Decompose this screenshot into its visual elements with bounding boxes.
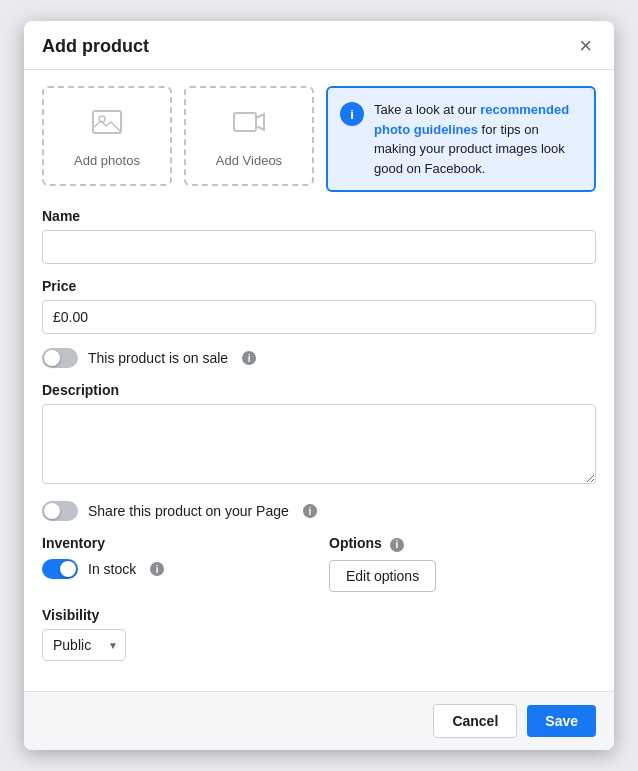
in-stock-track[interactable] — [42, 559, 78, 579]
in-stock-label: In stock — [88, 561, 136, 577]
visibility-select-wrapper: Public Private — [42, 629, 126, 661]
inventory-label: Inventory — [42, 535, 309, 551]
photo-guidelines-info: i Take a look at our recommended photo g… — [326, 86, 596, 192]
photo-icon — [89, 104, 125, 147]
on-sale-thumb — [44, 350, 60, 366]
modal-title: Add product — [42, 36, 149, 57]
share-info-icon[interactable]: i — [303, 504, 317, 518]
options-info-icon[interactable]: i — [390, 538, 404, 552]
modal-header: Add product × — [24, 21, 614, 70]
svg-rect-0 — [93, 111, 121, 133]
price-label: Price — [42, 278, 596, 294]
modal-footer: Cancel Save — [24, 691, 614, 750]
description-input[interactable] — [42, 404, 596, 484]
in-stock-toggle[interactable] — [42, 559, 78, 579]
share-track[interactable] — [42, 501, 78, 521]
in-stock-info-icon[interactable]: i — [150, 562, 164, 576]
share-label: Share this product on your Page — [88, 503, 289, 519]
share-thumb — [44, 503, 60, 519]
name-label: Name — [42, 208, 596, 224]
on-sale-toggle[interactable] — [42, 348, 78, 368]
description-field-group: Description — [42, 382, 596, 487]
name-input[interactable] — [42, 230, 596, 264]
add-photos-label: Add photos — [74, 153, 140, 168]
price-field-group: Price — [42, 278, 596, 334]
in-stock-thumb — [60, 561, 76, 577]
in-stock-toggle-row: In stock i — [42, 559, 309, 579]
modal-body: Add photos Add Videos i Take a look — [24, 70, 614, 691]
svg-rect-2 — [234, 113, 256, 131]
edit-options-button[interactable]: Edit options — [329, 560, 436, 592]
info-icon: i — [340, 102, 364, 126]
visibility-label: Visibility — [42, 607, 596, 623]
close-button[interactable]: × — [575, 35, 596, 57]
save-button[interactable]: Save — [527, 705, 596, 737]
share-toggle-row: Share this product on your Page i — [42, 501, 596, 521]
video-icon — [231, 104, 267, 147]
media-row: Add photos Add Videos i Take a look — [42, 86, 596, 192]
on-sale-track[interactable] — [42, 348, 78, 368]
options-label: Options i — [329, 535, 596, 552]
inventory-options-row: Inventory In stock i Options i — [42, 535, 596, 593]
share-toggle[interactable] — [42, 501, 78, 521]
inventory-section: Inventory In stock i — [42, 535, 309, 593]
cancel-button[interactable]: Cancel — [433, 704, 517, 738]
add-videos-label: Add Videos — [216, 153, 282, 168]
visibility-select[interactable]: Public Private — [42, 629, 126, 661]
on-sale-toggle-row: This product is on sale i — [42, 348, 596, 368]
visibility-field-group: Visibility Public Private — [42, 607, 596, 661]
add-product-modal: Add product × Add photos — [24, 21, 614, 750]
add-photos-button[interactable]: Add photos — [42, 86, 172, 186]
on-sale-info-icon[interactable]: i — [242, 351, 256, 365]
price-input[interactable] — [42, 300, 596, 334]
options-section: Options i Edit options — [329, 535, 596, 592]
add-videos-button[interactable]: Add Videos — [184, 86, 314, 186]
description-label: Description — [42, 382, 596, 398]
info-text-content: Take a look at our recommended photo gui… — [374, 100, 582, 178]
name-field-group: Name — [42, 208, 596, 264]
on-sale-label: This product is on sale — [88, 350, 228, 366]
